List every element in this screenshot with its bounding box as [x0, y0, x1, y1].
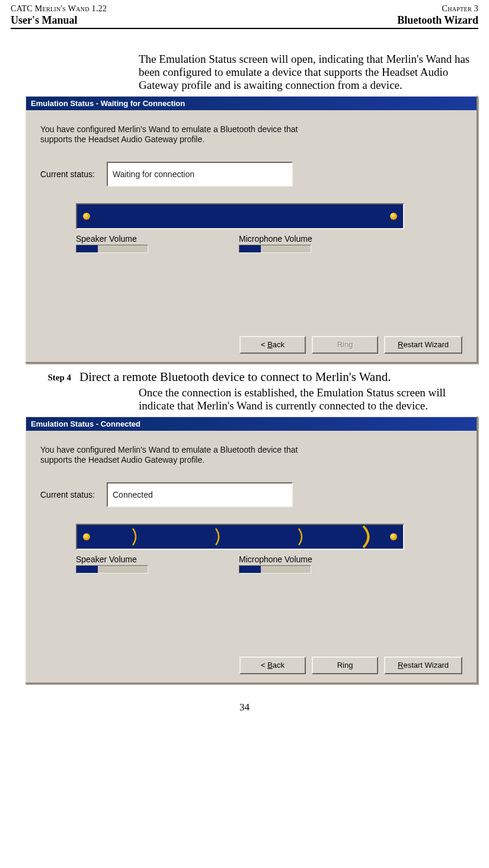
header-section: Bluetooth Wizard [397, 14, 478, 27]
dialog-titlebar: Emulation Status - Connected [26, 417, 477, 431]
microphone-volume-slider[interactable] [239, 245, 311, 253]
restart-wizard-button[interactable]: Restart Wizard [384, 656, 462, 674]
speaker-volume-slider[interactable] [76, 565, 148, 574]
step-text: Direct a remote Bluetooth device to conn… [79, 370, 478, 384]
left-node-icon [83, 533, 90, 540]
back-button[interactable]: < Back [239, 336, 306, 354]
step-label: Step 4 [11, 370, 79, 384]
audio-visual-panel [76, 203, 404, 229]
status-value-box: Waiting for connection [107, 162, 293, 187]
page-number: 34 [11, 702, 478, 713]
dialog-description: You have configured Merlin's Wand to emu… [40, 124, 313, 145]
post-step-paragraph: Once the connection is established, the … [139, 386, 478, 412]
wave-icon [296, 525, 309, 549]
ring-button: Ring [312, 336, 378, 354]
dialog-description: You have configured Merlin's Wand to emu… [40, 445, 313, 466]
intro-paragraph: The Emulation Status screen will open, i… [139, 53, 478, 92]
restart-wizard-button[interactable]: Restart Wizard [384, 336, 462, 354]
emulation-status-dialog-waiting: Emulation Status - Waiting for Connectio… [25, 95, 478, 363]
back-button[interactable]: < Back [239, 656, 306, 674]
right-node-icon [390, 213, 397, 220]
microphone-volume-slider[interactable] [239, 565, 311, 574]
left-node-icon [83, 213, 90, 220]
wave-icon [362, 525, 375, 549]
speaker-volume-slider[interactable] [76, 245, 148, 253]
wave-icon [213, 525, 226, 549]
speaker-volume-label: Speaker Volume [76, 555, 239, 564]
microphone-volume-label: Microphone Volume [239, 234, 402, 244]
microphone-volume-label: Microphone Volume [239, 555, 402, 564]
right-node-icon [390, 533, 397, 540]
header-chapter: Chapter 3 [442, 4, 478, 14]
speaker-volume-label: Speaker Volume [76, 234, 239, 244]
status-label: Current status: [40, 169, 107, 179]
header-product: CATC Merlin's Wand 1.22 [11, 4, 107, 14]
status-label: Current status: [40, 490, 107, 499]
emulation-status-dialog-connected: Emulation Status - Connected You have co… [25, 416, 478, 684]
status-value-box: Connected [107, 482, 293, 507]
wave-icon [130, 525, 143, 549]
audio-visual-panel [76, 524, 404, 550]
ring-button[interactable]: Ring [312, 656, 378, 674]
header-manual: User's Manual [11, 14, 78, 27]
dialog-titlebar: Emulation Status - Waiting for Connectio… [26, 97, 477, 110]
header-rule [11, 28, 478, 29]
